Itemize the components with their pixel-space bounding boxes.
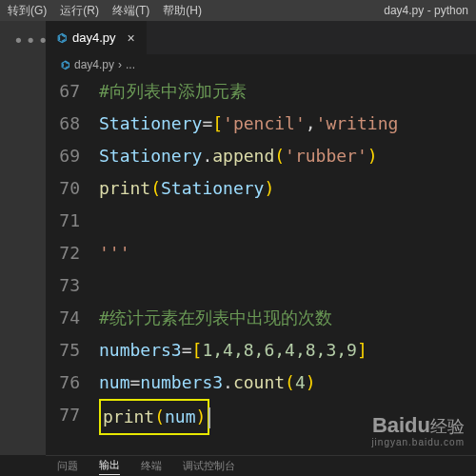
identifier: Stationery	[161, 178, 264, 198]
code-line: 72'''	[46, 237, 476, 269]
number: 4	[295, 372, 306, 392]
paren: (	[285, 372, 295, 392]
dot: .	[202, 146, 212, 166]
tab-filename: day4.py	[72, 30, 116, 45]
line-number: 67	[46, 75, 99, 108]
string: 'writing	[316, 113, 399, 133]
method: count	[233, 372, 285, 392]
paren: )	[306, 372, 316, 392]
line-number: 77	[46, 399, 99, 435]
panel-tab-debug[interactable]: 调试控制台	[183, 459, 235, 473]
watermark-brand: Baidu	[372, 413, 430, 437]
code-line: 68Stationery=['pencil','writing	[46, 108, 476, 140]
comment: #统计元素在列表中出现的次数	[99, 307, 332, 327]
breadcrumb[interactable]: ⌬ day4.py › ...	[46, 54, 476, 75]
code-line: 73	[46, 269, 476, 302]
string: 'pencil'	[223, 113, 306, 133]
paren: (	[154, 407, 165, 426]
comment: #向列表中添加元素	[99, 81, 247, 101]
operator: =	[182, 340, 192, 360]
code-line: 74#统计元素在列表中出现的次数	[46, 302, 476, 334]
numbers: 1,4,8,6,4,8,3,9	[202, 340, 357, 360]
operator: =	[202, 113, 212, 133]
watermark-url: jingyan.baidu.com	[371, 437, 465, 447]
paren: )	[264, 178, 274, 198]
paren: )	[367, 146, 378, 166]
bracket: [	[192, 340, 203, 360]
menu-goto[interactable]: 转到(G)	[8, 3, 47, 19]
line-number: 73	[46, 269, 99, 302]
panel-tab-terminal[interactable]: 终端	[141, 459, 162, 473]
menu-run[interactable]: 运行(R)	[60, 3, 99, 19]
paren: (	[150, 178, 161, 198]
window-title: day4.py - python	[384, 0, 468, 21]
dot: .	[223, 372, 233, 392]
operator: =	[130, 372, 141, 392]
watermark: Baidu经验 jingyan.baidu.com	[371, 414, 465, 447]
identifier: Stationery	[99, 146, 202, 166]
line-number: 68	[46, 108, 99, 140]
activity-bar: •••	[0, 21, 46, 455]
line-number: 72	[46, 237, 99, 269]
watermark-cn: 经验	[430, 417, 465, 436]
code-editor[interactable]: 67#向列表中添加元素 68Stationery=['pencil','writ…	[46, 75, 476, 455]
tab-bar: ⌬ day4.py ×	[46, 21, 476, 54]
code-line: 67#向列表中添加元素	[46, 75, 476, 108]
identifier: num	[165, 407, 196, 426]
bottom-panel-tabs: 问题 输出 终端 调试控制台	[46, 455, 476, 476]
cursor	[208, 407, 210, 428]
bracket: ]	[357, 340, 367, 360]
line-number: 76	[46, 367, 99, 399]
line-number: 70	[46, 172, 99, 205]
identifier: num	[99, 372, 130, 392]
code-line: 70print(Stationery)	[46, 172, 476, 205]
string: 'rubber'	[285, 146, 367, 166]
paren: )	[196, 407, 207, 426]
breadcrumb-file: day4.py	[74, 58, 114, 71]
code-line: 69Stationery.append('rubber')	[46, 140, 476, 172]
line-number: 71	[46, 205, 99, 237]
close-icon[interactable]: ×	[128, 30, 135, 46]
identifier: numbers3	[99, 340, 182, 360]
panel-tab-problems[interactable]: 问题	[57, 459, 78, 473]
code-line: 75numbers3=[1,4,8,6,4,8,3,9]	[46, 334, 476, 367]
comma: ,	[306, 113, 316, 133]
method: append	[212, 146, 274, 166]
python-icon: ⌬	[57, 31, 67, 45]
paren: (	[274, 146, 285, 166]
line-number: 75	[46, 334, 99, 367]
code-line: 71	[46, 205, 476, 237]
bracket: [	[212, 113, 223, 133]
line-number: 74	[46, 302, 99, 334]
chevron-right-icon: ›	[118, 58, 122, 71]
panel-tab-output[interactable]: 输出	[99, 458, 120, 475]
string: '''	[99, 243, 130, 263]
python-icon: ⌬	[61, 59, 70, 71]
menu-terminal[interactable]: 终端(T)	[112, 3, 149, 19]
code-line: 76num=numbers3.count(4)	[46, 367, 476, 399]
function: print	[103, 407, 154, 426]
selection-highlight: print(num)	[99, 399, 209, 435]
breadcrumb-more: ...	[126, 58, 135, 71]
tab-day4[interactable]: ⌬ day4.py ×	[46, 21, 148, 54]
menu-help[interactable]: 帮助(H)	[163, 3, 202, 19]
function: print	[99, 178, 150, 198]
identifier: numbers3	[140, 372, 223, 392]
identifier: Stationery	[99, 113, 202, 133]
more-icon[interactable]: •••	[0, 21, 46, 60]
line-number: 69	[46, 140, 99, 172]
